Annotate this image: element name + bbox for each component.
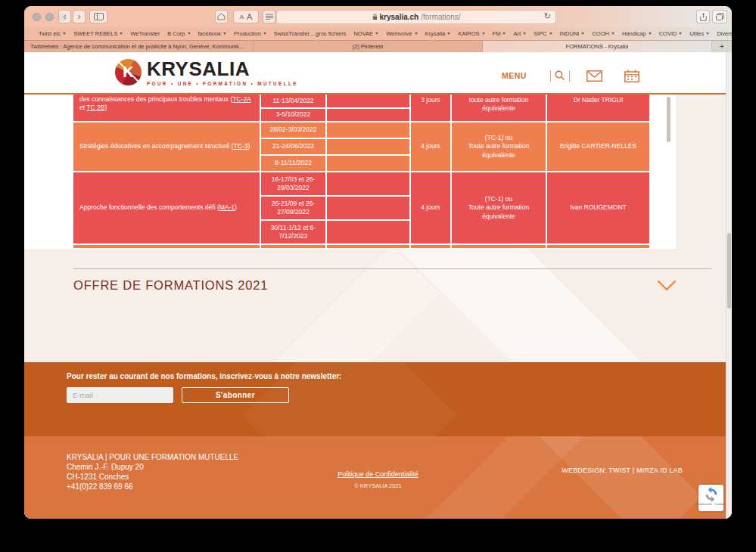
session-date-cell: 11-13/04/2022 xyxy=(261,95,325,107)
site-header: K KRYSALIA POUR • UNE • FORMATION • MUTU… xyxy=(24,52,732,95)
minimize-window-button[interactable] xyxy=(45,13,54,21)
tab-twistrebels[interactable]: Twistrebels : Agence de communication et… xyxy=(24,41,254,52)
bookmark-krysalia[interactable]: Krysalia xyxy=(425,30,451,37)
session-date-cell: 16-17/03 et 28-29/03/2022 xyxy=(261,172,325,195)
prerequisite-cell: (TC-1) ou Toute autre formation équivale… xyxy=(452,172,546,243)
larger-text-label: A xyxy=(247,12,252,21)
formation-link[interactable]: MA-1 xyxy=(219,203,235,211)
formation-name-cell: Approche fonctionnelle des comportements… xyxy=(73,172,260,243)
bookmark-production[interactable]: Production xyxy=(234,30,266,37)
bookmark-cooh[interactable]: COOH xyxy=(592,30,614,37)
calendar-icon[interactable] xyxy=(624,70,639,82)
empty-cell xyxy=(327,221,409,243)
bookmark-sweet-rebels[interactable]: SWEET REBELS xyxy=(73,30,123,37)
krysalia-logo[interactable]: K KRYSALIA POUR • UNE • FORMATION • MUTU… xyxy=(115,59,298,86)
browser-titlebar: ‹ › A A krysalia.ch/formations/ ↻ xyxy=(24,6,732,27)
table-scrollbar-thumb[interactable] xyxy=(667,97,670,142)
forward-icon: › xyxy=(78,12,81,21)
tab-overview-button[interactable] xyxy=(712,10,727,23)
table-row-clipped xyxy=(73,245,649,248)
webdesign-credit: WEBDESIGN: TWIST | MIRZA ID LAB xyxy=(562,467,683,474)
share-button[interactable] xyxy=(696,10,710,23)
page-viewport: K KRYSALIA POUR • UNE • FORMATION • MUTU… xyxy=(24,52,732,519)
trainer-cell: Dr Nader TRIGUI xyxy=(547,95,649,121)
empty-cell xyxy=(327,156,409,171)
formation-link[interactable]: TC-3 xyxy=(234,142,248,150)
sidebar-toggle-button[interactable] xyxy=(89,10,107,23)
reload-icon[interactable]: ↻ xyxy=(544,11,551,21)
empty-cell xyxy=(327,172,409,195)
empty-cell xyxy=(327,139,409,154)
reader-view-button[interactable] xyxy=(263,10,275,23)
lock-icon xyxy=(372,14,378,20)
address-bar[interactable]: krysalia.ch/formations/ ↻ xyxy=(276,10,556,24)
desktop-background: ‹ › A A krysalia.ch/formations/ ↻ xyxy=(0,0,756,552)
menu-button[interactable]: MENU xyxy=(502,71,527,80)
search-icon[interactable] xyxy=(555,70,565,81)
logo-tagline: POUR • UNE • FORMATION • MUTUELLE xyxy=(147,81,298,86)
safari-window: ‹ › A A krysalia.ch/formations/ ↻ xyxy=(24,6,732,519)
formation-link[interactable]: TC 2B xyxy=(86,104,104,111)
session-date-cell: 8-11/11/2022 xyxy=(261,156,325,171)
bookmark-art[interactable]: Art xyxy=(513,30,526,37)
smaller-text-label: A xyxy=(240,14,244,20)
bookmark-induni[interactable]: INDUNI xyxy=(560,30,585,37)
trainer-cell: Brigitte CARTIER-NELLES xyxy=(547,122,649,171)
empty-cell xyxy=(327,122,409,138)
session-date-cell: 28/02-3/03/2022 xyxy=(261,122,325,138)
recaptcha-badge[interactable]: Confidentialité - Conditions xyxy=(698,485,723,511)
bookmark-sipc[interactable]: SIPC xyxy=(534,30,552,37)
text-size-button[interactable]: A A xyxy=(233,10,259,23)
bookmark-novae[interactable]: NOVAE xyxy=(353,30,378,37)
bookmark-fm[interactable]: FM xyxy=(493,30,506,37)
new-tab-button[interactable]: + xyxy=(712,41,732,52)
chevron-down-icon[interactable] xyxy=(657,280,677,292)
bookmark-handicap[interactable]: Handicap xyxy=(622,30,652,37)
bookmark-divers[interactable]: Divers xyxy=(717,30,732,37)
header-divider xyxy=(569,70,570,82)
bookmark-wetransfer[interactable]: WeTransfer xyxy=(130,30,160,37)
close-window-button[interactable] xyxy=(33,13,41,21)
session-date-cell: 3-5/10/2022 xyxy=(261,109,325,122)
bookmark-twist-etc[interactable]: Twist etc xyxy=(39,30,66,37)
newsletter-section: Pour rester au courant de nos formations… xyxy=(24,362,732,436)
back-icon: ‹ xyxy=(64,12,67,21)
empty-cell xyxy=(327,109,409,122)
home-button[interactable] xyxy=(215,10,228,23)
prerequisite-cell: (TC-1) ou Toute autre formation équivale… xyxy=(452,122,546,171)
table-row: Stratégies éducatives en accompagnement … xyxy=(73,122,649,171)
bookmark-weinvolve[interactable]: Weinvolve xyxy=(386,30,417,37)
subscribe-button[interactable]: S'abonner xyxy=(182,387,289,403)
recaptcha-caption: Confidentialité - Conditions xyxy=(695,503,727,506)
formation-name-cell: Stratégies éducatives en accompagnement … xyxy=(73,122,260,171)
back-button[interactable]: ‹ xyxy=(58,10,71,23)
table-row: Approche fonctionnelle des comportements… xyxy=(73,172,649,243)
table-row: des connaissances des principaux trouble… xyxy=(73,95,649,121)
header-actions: MENU xyxy=(502,69,639,82)
home-icon xyxy=(217,13,226,20)
email-input[interactable] xyxy=(67,387,173,403)
krysalia-logo-icon: K xyxy=(115,59,142,85)
mail-icon[interactable] xyxy=(586,70,602,82)
tab-pinterest[interactable]: (2) Pinterest xyxy=(254,41,483,52)
privacy-policy-link[interactable]: Politique de Confidentialité xyxy=(338,470,418,478)
empty-cell xyxy=(327,197,409,219)
session-date-cell: 20-21/09 et 26-27/09/2022 xyxy=(261,197,325,219)
formation-link[interactable]: TC-2A xyxy=(232,95,250,103)
bookmark-b-corp[interactable]: B Corp xyxy=(167,30,190,37)
prerequisite-cell: toute autre formation équivalente xyxy=(452,95,546,121)
bookmark-covid[interactable]: COVID xyxy=(659,30,683,37)
forward-button[interactable]: › xyxy=(73,10,86,23)
bookmark-swisstransfer[interactable]: SwissTransfer....gros fichiers xyxy=(274,30,347,37)
sidebar-icon xyxy=(94,13,104,20)
page-scrollbar-thumb[interactable] xyxy=(727,233,731,309)
tab-formations-krysalia[interactable]: FORMATIONS - Krysalia xyxy=(483,41,712,52)
footer-company-line: KRYSALIA | POUR UNE FORMATION MUTUELLE xyxy=(67,452,238,462)
page-scrollbar[interactable] xyxy=(726,52,732,519)
offer-2021-title[interactable]: OFFRE DE FORMATIONS 2021 xyxy=(73,278,268,293)
bookmark-facebook[interactable]: facebook xyxy=(198,30,226,37)
bookmark-kairos[interactable]: KAIROS xyxy=(458,30,484,37)
copyright-text: © KRYSALIA 2021 xyxy=(24,482,732,489)
newsletter-prompt: Pour rester au courant de nos formations… xyxy=(67,372,341,380)
bookmark-utiles[interactable]: Utiles xyxy=(689,30,709,37)
